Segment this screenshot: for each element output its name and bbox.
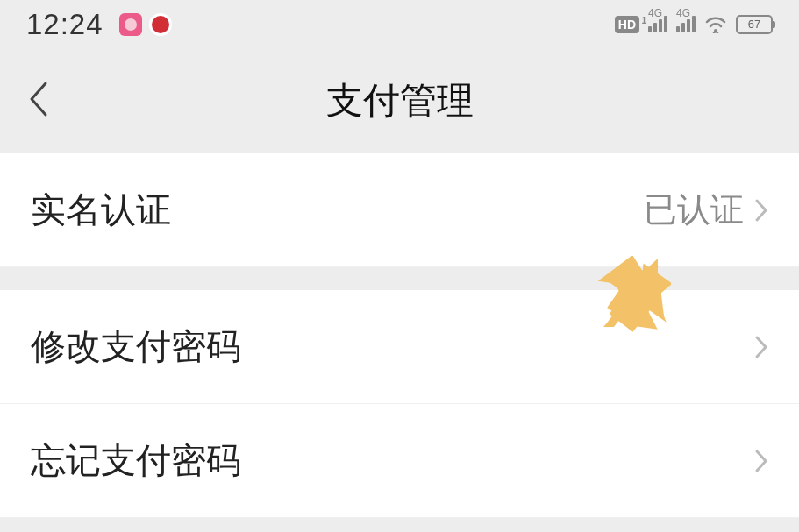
item-label: 实名认证 [31, 186, 171, 234]
chevron-right-icon [754, 198, 768, 223]
list-item-identity-verification[interactable]: 实名认证 已认证 [0, 153, 799, 267]
svg-point-0 [714, 29, 717, 32]
item-value: 已认证 [644, 188, 744, 232]
list-separator [0, 267, 799, 290]
status-time: 12:24 [26, 8, 103, 41]
signal-icon-1: 4G [648, 16, 667, 32]
back-button[interactable] [26, 78, 51, 124]
item-label: 修改支付密码 [31, 323, 241, 371]
wifi-icon [704, 16, 727, 33]
page-title: 支付管理 [326, 76, 474, 125]
hd-icon: HD [615, 16, 639, 33]
battery-icon: 67 [736, 15, 773, 34]
list-item-change-password[interactable]: 修改支付密码 [0, 290, 799, 404]
list-item-forgot-password[interactable]: 忘记支付密码 [0, 404, 799, 518]
item-label: 忘记支付密码 [31, 436, 241, 485]
chevron-right-icon [754, 449, 768, 473]
status-indicators: HD 4G 4G 67 [615, 15, 773, 34]
chevron-right-icon [754, 335, 768, 359]
battery-percent: 67 [748, 18, 760, 31]
notification-app-icon-2 [149, 13, 172, 36]
signal-icon-2: 4G [676, 16, 696, 32]
chevron-left-icon [26, 78, 51, 120]
status-app-icons [119, 13, 172, 36]
status-bar: 12:24 HD 4G 4G 67 [0, 0, 799, 48]
notification-app-icon-1 [119, 13, 142, 36]
nav-bar: 支付管理 [0, 48, 799, 153]
